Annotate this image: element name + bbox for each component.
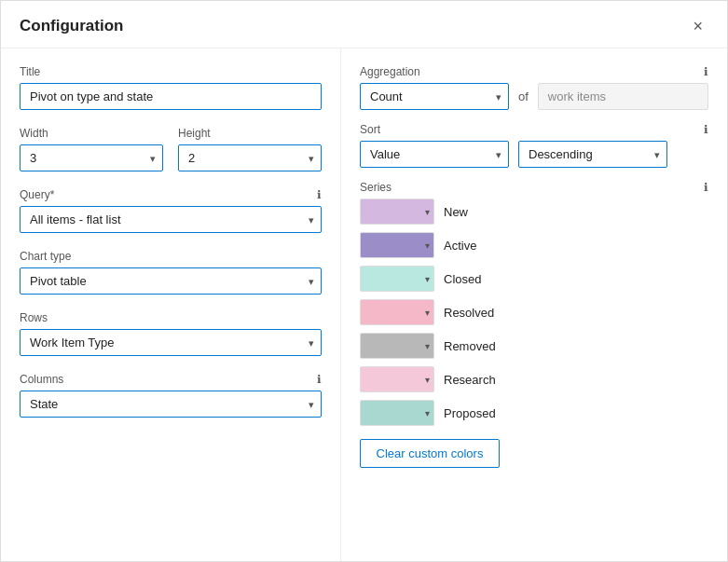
list-item: ▾Proposed — [360, 400, 708, 426]
height-select-wrapper: 1 2 3 4 ▾ — [178, 144, 322, 171]
sort-info-icon[interactable]: ℹ — [704, 123, 708, 136]
width-field-group: Width 1 2 3 4 5 6 ▾ — [20, 127, 163, 171]
series-name: New — [444, 205, 468, 219]
clear-colors-wrapper: Clear custom colors — [360, 439, 708, 468]
height-select[interactable]: 1 2 3 4 — [178, 144, 322, 171]
width-height-row: Width 1 2 3 4 5 6 ▾ — [20, 127, 322, 171]
dialog-body: Title Width 1 2 3 4 5 — [1, 48, 727, 561]
series-label: Series — [360, 181, 391, 194]
query-info-icon[interactable]: ℹ — [317, 188, 322, 201]
sort-direction-select[interactable]: Descending Ascending — [518, 141, 667, 168]
series-name: Proposed — [444, 406, 496, 420]
aggregation-label-row: Aggregation ℹ — [360, 65, 708, 83]
query-select-wrapper: All items - flat list ▾ — [20, 206, 322, 233]
dialog-title: Configuration — [20, 17, 123, 35]
series-label-row: Series ℹ — [360, 181, 708, 199]
series-name: Resolved — [444, 306, 494, 320]
columns-label-row: Columns ℹ — [20, 373, 322, 391]
chart-type-select[interactable]: Pivot table — [20, 267, 322, 295]
sort-label-row: Sort ℹ — [360, 123, 708, 141]
list-item: ▾Research — [360, 366, 708, 392]
series-name: Research — [444, 373, 496, 387]
columns-label: Columns — [20, 373, 63, 386]
aggregation-info-icon[interactable]: ℹ — [704, 65, 708, 78]
list-item: ▾Resolved — [360, 299, 708, 325]
series-list: ▾New▾Active▾Closed▾Resolved▾Removed▾Rese… — [360, 199, 708, 426]
list-item: ▾New — [360, 199, 708, 225]
aggregation-select-wrapper: Count Sum ▾ — [360, 83, 509, 110]
color-swatch-wrapper[interactable]: ▾ — [360, 299, 434, 325]
width-select-wrapper: 1 2 3 4 5 6 ▾ — [20, 144, 163, 171]
columns-select-wrapper: State ▾ — [20, 391, 322, 418]
series-name: Removed — [444, 339, 496, 353]
sort-value-select-wrapper: Value Label ▾ — [360, 141, 509, 168]
color-swatch — [360, 366, 434, 392]
sort-direction-select-wrapper: Descending Ascending ▾ — [518, 141, 667, 168]
aggregation-row: Count Sum ▾ of work items — [360, 83, 708, 110]
query-label-row: Query* ℹ — [20, 188, 322, 206]
right-panel: Aggregation ℹ Count Sum ▾ of work items — [341, 48, 727, 561]
color-swatch-wrapper[interactable]: ▾ — [360, 333, 434, 359]
title-input[interactable] — [20, 83, 322, 110]
of-label: of — [518, 89, 529, 103]
height-field-group: Height 1 2 3 4 ▾ — [178, 127, 322, 171]
aggregation-select[interactable]: Count Sum — [360, 83, 509, 110]
columns-info-icon[interactable]: ℹ — [317, 373, 322, 386]
color-swatch-wrapper[interactable]: ▾ — [360, 400, 434, 426]
color-swatch — [360, 333, 434, 359]
color-swatch-wrapper[interactable]: ▾ — [360, 366, 434, 392]
sort-row: Value Label ▾ Descending Ascending ▾ — [360, 141, 708, 168]
height-label: Height — [178, 127, 322, 140]
configuration-dialog: Configuration × Title Width — [0, 0, 728, 562]
columns-field-group: Columns ℹ State ▾ — [20, 373, 322, 418]
dialog-header: Configuration × — [1, 1, 727, 48]
chart-type-select-wrapper: Pivot table ▾ — [20, 267, 322, 295]
aggregation-field-group: Aggregation ℹ Count Sum ▾ of work items — [360, 65, 708, 110]
sort-label: Sort — [360, 123, 380, 136]
rows-label: Rows — [20, 311, 322, 324]
series-name: Active — [444, 239, 476, 253]
rows-select[interactable]: Work Item Type — [20, 329, 322, 356]
query-select[interactable]: All items - flat list — [20, 206, 322, 233]
left-panel: Title Width 1 2 3 4 5 — [1, 48, 341, 561]
series-name: Closed — [444, 272, 481, 286]
title-field-group: Title — [20, 65, 322, 110]
width-select[interactable]: 1 2 3 4 5 6 — [20, 144, 163, 171]
list-item: ▾Active — [360, 232, 708, 258]
color-swatch-wrapper[interactable]: ▾ — [360, 232, 434, 258]
query-label: Query* — [20, 188, 54, 201]
color-swatch-wrapper[interactable]: ▾ — [360, 199, 434, 225]
width-label: Width — [20, 127, 163, 140]
color-swatch — [360, 232, 434, 258]
color-swatch-wrapper[interactable]: ▾ — [360, 266, 434, 292]
color-swatch — [360, 400, 434, 426]
list-item: ▾Removed — [360, 333, 708, 359]
query-field-group: Query* ℹ All items - flat list ▾ — [20, 188, 322, 233]
sort-value-select[interactable]: Value Label — [360, 141, 509, 168]
chart-type-field-group: Chart type Pivot table ▾ — [20, 250, 322, 295]
series-info-icon[interactable]: ℹ — [704, 181, 708, 194]
clear-colors-button[interactable]: Clear custom colors — [360, 439, 500, 468]
of-input: work items — [538, 83, 708, 110]
close-button[interactable]: × — [687, 16, 708, 36]
color-swatch — [360, 299, 434, 325]
columns-select[interactable]: State — [20, 391, 322, 418]
color-swatch — [360, 199, 434, 225]
title-label: Title — [20, 65, 322, 78]
rows-select-wrapper: Work Item Type ▾ — [20, 329, 322, 356]
series-field-group: Series ℹ ▾New▾Active▾Closed▾Resolved▾Rem… — [360, 181, 708, 426]
chart-type-label: Chart type — [20, 250, 322, 263]
rows-field-group: Rows Work Item Type ▾ — [20, 311, 322, 356]
sort-field-group: Sort ℹ Value Label ▾ Descending — [360, 123, 708, 168]
color-swatch — [360, 266, 434, 292]
list-item: ▾Closed — [360, 266, 708, 292]
aggregation-label: Aggregation — [360, 65, 420, 78]
